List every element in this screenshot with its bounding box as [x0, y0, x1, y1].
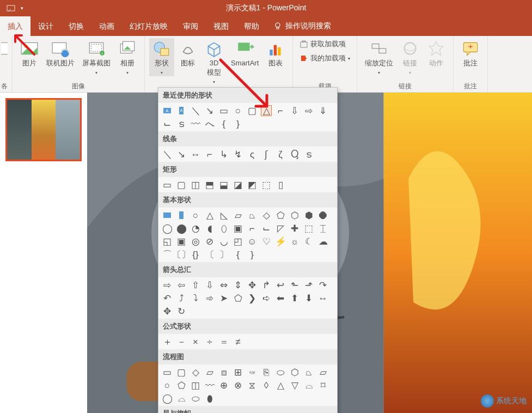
- shape-rect-9[interactable]: ▯: [275, 179, 286, 190]
- slide-thumbnail-1[interactable]: [5, 98, 82, 161]
- screenshot-button[interactable]: + 屏幕截图 ▾: [79, 38, 114, 76]
- shape-eq-divide[interactable]: ÷: [204, 336, 215, 347]
- shape-diagonal[interactable]: ◸: [275, 223, 286, 234]
- shape-eq-multiply[interactable]: ×: [190, 336, 201, 347]
- shape-elbow-arrow[interactable]: ↳: [218, 149, 229, 160]
- shape-freeform[interactable]: 〰: [190, 118, 201, 129]
- shape-block-arc[interactable]: ◡: [218, 236, 229, 247]
- tell-me-search[interactable]: 操作说明搜索: [273, 21, 331, 31]
- shape-pie[interactable]: ◔: [190, 223, 201, 234]
- shape-fc-extract[interactable]: △: [275, 380, 286, 391]
- my-addins-button[interactable]: 我的加载项 ▾: [297, 52, 352, 64]
- shape-rect-7[interactable]: ◩: [247, 179, 258, 190]
- tab-transition[interactable]: 切换: [61, 16, 91, 36]
- shape-fc-decision[interactable]: ◇: [190, 367, 201, 378]
- qat-dropdown-icon[interactable]: ▾: [21, 5, 23, 11]
- shape-triangle[interactable]: △: [261, 105, 272, 116]
- shape-arr-curved-l[interactable]: ↶: [162, 293, 173, 303]
- shape-elbow[interactable]: ⌐: [204, 149, 215, 160]
- shape-parallelogram[interactable]: ▱: [233, 210, 243, 221]
- shape-pentagon[interactable]: ⬠: [275, 210, 286, 221]
- shape-oval[interactable]: ○: [233, 105, 243, 116]
- shape-arr-striped[interactable]: ➾: [204, 293, 215, 303]
- shape-arr-callout-d[interactable]: ⬇: [303, 293, 314, 303]
- shape-fc-seq[interactable]: ◯: [162, 393, 173, 404]
- shape-hexagon[interactable]: ⬡: [289, 210, 300, 221]
- shape-arr-d[interactable]: ⇩: [204, 280, 215, 290]
- tab-slideshow[interactable]: 幻灯片放映: [122, 16, 175, 36]
- shape-rounded-rect[interactable]: ▢: [247, 105, 258, 116]
- shape-elbow-double[interactable]: ↯: [233, 149, 243, 160]
- tab-view[interactable]: 视图: [206, 16, 236, 36]
- shape-bevel[interactable]: ▣: [176, 236, 187, 247]
- shape-arr-notched[interactable]: ➤: [218, 293, 229, 303]
- online-picture-button[interactable]: 联机图片: [43, 38, 78, 69]
- link-button[interactable]: 链接 ▾: [398, 38, 423, 76]
- chart-button[interactable]: 图表: [263, 38, 288, 69]
- smartart-button[interactable]: SmartArt: [228, 38, 262, 69]
- tab-review[interactable]: 审阅: [175, 16, 206, 36]
- shape-line-arrow[interactable]: ↘: [176, 149, 187, 160]
- shape-brace[interactable]: {}: [190, 249, 201, 260]
- album-button[interactable]: 相册 ▾: [115, 38, 140, 76]
- shape-donut[interactable]: ◎: [190, 236, 201, 247]
- tables-button-partial[interactable]: [1, 38, 8, 59]
- shape-rect-1[interactable]: ▭: [162, 179, 173, 190]
- shape-octagon[interactable]: ⯃: [317, 210, 328, 221]
- shape-fc-sort[interactable]: ◊: [261, 380, 272, 391]
- shape-fc-manual-input[interactable]: ⏢: [303, 367, 314, 378]
- shape-rect-2[interactable]: ▢: [176, 179, 187, 190]
- tab-help[interactable]: 帮助: [236, 16, 267, 36]
- comment-button[interactable]: + 批注: [458, 38, 483, 69]
- shape-arr-circular[interactable]: ↻: [176, 306, 187, 317]
- shape-arr-pentagon[interactable]: ⬠: [233, 293, 243, 303]
- shape-fc-manual-op[interactable]: ⏥: [317, 367, 328, 378]
- shape-fc-display[interactable]: ⬮: [204, 393, 215, 404]
- shape-arr-quad[interactable]: ✥: [247, 280, 258, 290]
- shape-arr-curved-r[interactable]: ↷: [317, 280, 328, 290]
- shape-l-shape[interactable]: ⌙: [162, 118, 173, 129]
- shape-fc-junction[interactable]: ⊕: [218, 380, 229, 391]
- shape-arrow-down[interactable]: ⇩: [289, 105, 300, 116]
- shape-arc[interactable]: ⌒: [162, 249, 173, 260]
- shape-lbrace[interactable]: {: [233, 249, 243, 260]
- shape-frame[interactable]: ▣: [233, 223, 243, 234]
- shape-line[interactable]: ＼: [190, 105, 201, 116]
- tab-animation[interactable]: 动画: [91, 16, 122, 36]
- shape-curve-double[interactable]: ζ: [275, 149, 286, 160]
- shape-arrow-down2[interactable]: ⇓: [317, 105, 328, 116]
- qat-presentation-icon[interactable]: [7, 4, 16, 12]
- shape-plaque[interactable]: ⬚: [303, 223, 314, 234]
- shape-smiley[interactable]: ☺: [247, 236, 258, 247]
- shape-fc-prep[interactable]: ⬡: [289, 367, 300, 378]
- shape-eq-minus[interactable]: －: [176, 336, 187, 347]
- shape-rect-3[interactable]: ◫: [190, 179, 201, 190]
- shape-fc-predef[interactable]: ⧈: [218, 367, 229, 378]
- zoom-button[interactable]: 缩放定位 ▾: [362, 38, 396, 76]
- shape-arr-r[interactable]: ⇨: [162, 280, 173, 290]
- shape-fc-or[interactable]: ⊗: [233, 380, 243, 391]
- shape-lightning[interactable]: ⚡: [275, 236, 286, 247]
- shape-can[interactable]: ⌶: [317, 223, 328, 234]
- shape-fc-tape[interactable]: 〰: [204, 380, 215, 391]
- shape-bracket[interactable]: 〔〕: [176, 249, 187, 260]
- shape-arr-l[interactable]: ⇦: [176, 280, 187, 290]
- shape-oval-2[interactable]: ○: [190, 210, 201, 221]
- shape-basic-textbox[interactable]: [162, 210, 173, 221]
- shape-rbrace[interactable]: }: [247, 249, 258, 260]
- shape-fc-card[interactable]: ◫: [190, 380, 201, 391]
- shape-fc-offpage[interactable]: ⬠: [176, 380, 187, 391]
- shape-l[interactable]: ⌙: [261, 223, 272, 234]
- 3d-model-button[interactable]: 3D 模型 ▾: [201, 38, 227, 86]
- shape-textbox[interactable]: A: [162, 105, 173, 116]
- shape-diamond[interactable]: ◇: [261, 210, 272, 221]
- shape-moon[interactable]: ☾: [303, 236, 314, 247]
- tab-insert[interactable]: 插入: [0, 16, 30, 36]
- shape-fc-alt[interactable]: ▢: [176, 367, 187, 378]
- shape-arr-bent[interactable]: ↱: [261, 280, 272, 290]
- tab-design[interactable]: 设计: [30, 16, 61, 36]
- shape-cube[interactable]: ◱: [162, 236, 173, 247]
- shape-arr-callout-lr[interactable]: ↔: [317, 293, 328, 303]
- shape-half-frame[interactable]: ⌐: [247, 223, 258, 234]
- shape-rectangle[interactable]: ▭: [218, 105, 229, 116]
